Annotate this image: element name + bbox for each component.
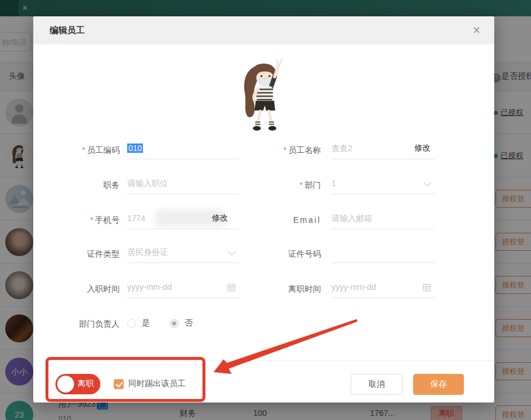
- id-type-label: 证件类型: [33, 248, 120, 260]
- employee-avatar-image[interactable]: [229, 55, 298, 135]
- id-type-value: 居民身份证: [127, 247, 168, 257]
- modal-title: 编辑员工: [50, 16, 85, 44]
- resign-toggle-label: 离职: [78, 379, 94, 389]
- calendar-icon: [422, 282, 431, 295]
- edit-employee-modal: 编辑员工 ×: [33, 16, 494, 402]
- close-icon[interactable]: ×: [473, 23, 480, 38]
- hire-date-label: 入职时间: [33, 283, 120, 295]
- dept-label: *部门: [232, 179, 321, 191]
- cancel-button[interactable]: 取消: [351, 374, 403, 395]
- email-label: Email: [232, 214, 321, 226]
- phone-label: *手机号: [33, 214, 120, 226]
- dept-select[interactable]: 1: [331, 177, 435, 194]
- radio-no[interactable]: [170, 319, 179, 328]
- name-label: *员工名称: [232, 144, 321, 156]
- screen: × × 称/电话 头像 ?是否授权 已授权: [0, 0, 531, 420]
- radio-yes[interactable]: [127, 319, 136, 328]
- modify-name-link[interactable]: 修改: [414, 143, 431, 153]
- kick-checkbox-label: 同时踢出该员工: [128, 379, 186, 389]
- radio-yes-label: 是: [142, 318, 150, 328]
- email-input[interactable]: 请输入邮箱: [331, 212, 435, 229]
- chevron-down-icon: [424, 179, 431, 187]
- footer-divider: [33, 360, 494, 361]
- name-value: 查查2: [331, 144, 352, 153]
- dept-head-label: 部门负责人: [33, 318, 120, 330]
- code-value: 010: [127, 144, 143, 153]
- phone-value: 1774: [127, 214, 145, 223]
- id-type-select[interactable]: 居民身份证: [127, 246, 239, 263]
- hire-date-placeholder: yyyy-mm-dd: [127, 282, 172, 292]
- modal-header: 编辑员工 ×: [33, 16, 494, 44]
- radio-no-label: 否: [184, 318, 193, 328]
- toggle-knob: [57, 376, 74, 393]
- id-number-input[interactable]: [331, 246, 435, 263]
- kick-checkbox-row[interactable]: 同时踢出该员工: [114, 379, 186, 389]
- leave-date-label: 离职时间: [232, 283, 321, 295]
- id-number-label: 证件号码: [232, 248, 321, 260]
- hire-date-input[interactable]: yyyy-mm-dd: [127, 281, 239, 298]
- resign-toggle[interactable]: 离职: [55, 374, 100, 394]
- code-label: *员工编码: [33, 144, 120, 156]
- position-input[interactable]: 请输入职位: [127, 177, 239, 194]
- dept-head-radios: 是 否: [127, 318, 193, 328]
- checkbox-checked-icon[interactable]: [114, 379, 124, 389]
- email-placeholder: 请输入邮箱: [331, 214, 372, 223]
- dept-value: 1: [331, 178, 336, 188]
- modify-phone-link[interactable]: 修改: [212, 213, 228, 223]
- code-input[interactable]: 010: [127, 142, 239, 159]
- position-placeholder: 请输入职位: [127, 178, 168, 188]
- leave-date-placeholder: yyyy-mm-dd: [331, 282, 376, 292]
- leave-date-input[interactable]: yyyy-mm-dd: [331, 281, 435, 298]
- position-label: 职务: [33, 179, 120, 191]
- save-button[interactable]: 保存: [413, 374, 464, 395]
